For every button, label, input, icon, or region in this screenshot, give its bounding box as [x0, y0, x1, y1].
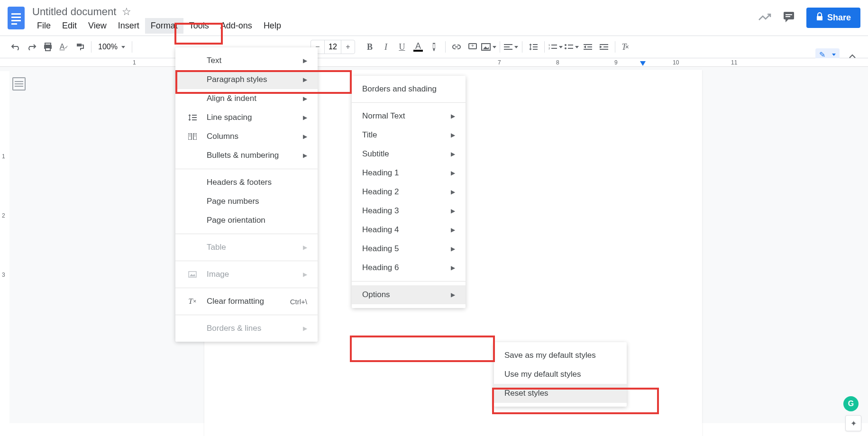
- activity-icon[interactable]: [758, 12, 771, 24]
- separator: [352, 281, 466, 282]
- shortcut-label: Ctrl+\: [290, 298, 307, 306]
- line-spacing-button[interactable]: [525, 39, 541, 55]
- insert-link-button[interactable]: [448, 39, 465, 55]
- header: Untitled document ☆ File Edit View Inser…: [0, 0, 868, 34]
- menu-page-numbers[interactable]: Page numbers: [175, 192, 318, 211]
- undo-button[interactable]: [8, 39, 24, 55]
- highlight-button[interactable]: 🖍: [426, 39, 442, 55]
- menu-headers-footers[interactable]: Headers & footers: [175, 173, 318, 192]
- menu-help[interactable]: Help: [258, 18, 287, 34]
- insert-image-button[interactable]: [481, 39, 497, 55]
- menu-paragraph-styles[interactable]: Paragraph styles▶: [175, 70, 318, 89]
- italic-button[interactable]: I: [378, 39, 394, 55]
- bold-button[interactable]: B: [362, 39, 378, 55]
- ruler-tick: 11: [731, 59, 737, 66]
- menu-heading-3[interactable]: Heading 3▶: [352, 201, 466, 220]
- chevron-right-icon: ▶: [303, 244, 307, 251]
- outline-icon[interactable]: [12, 77, 26, 91]
- lock-icon: [816, 12, 823, 23]
- menu-bullets-numbering[interactable]: Bullets & numbering▶: [175, 146, 318, 165]
- insert-comment-button[interactable]: +: [465, 39, 481, 55]
- chevron-right-icon: ▶: [451, 189, 455, 195]
- menu-image: Image▶: [175, 265, 318, 284]
- docs-logo[interactable]: [6, 4, 27, 32]
- ruler-tick: 10: [673, 59, 679, 66]
- clear-formatting-button[interactable]: T✕: [618, 39, 634, 55]
- zoom-dropdown[interactable]: 100%: [94, 43, 129, 51]
- svg-marker-50: [190, 274, 195, 276]
- text-color-button[interactable]: A: [410, 39, 426, 55]
- separator: [175, 288, 318, 288]
- svg-rect-9: [817, 16, 822, 20]
- menu-line-spacing[interactable]: Line spacing▶: [175, 108, 318, 127]
- print-button[interactable]: [40, 39, 56, 55]
- bulleted-list-button[interactable]: [564, 39, 580, 55]
- menu-insert[interactable]: Insert: [112, 18, 145, 34]
- menu-view[interactable]: View: [82, 18, 112, 34]
- paint-format-button[interactable]: [72, 39, 88, 55]
- font-size-increase[interactable]: +: [341, 40, 355, 54]
- menu-title[interactable]: Title▶: [352, 126, 466, 145]
- decrease-indent-button[interactable]: [580, 39, 596, 55]
- menu-addons[interactable]: Add-ons: [215, 18, 258, 34]
- menu-normal-text[interactable]: Normal Text▶: [352, 107, 466, 126]
- menu-heading-1[interactable]: Heading 1▶: [352, 164, 466, 182]
- chevron-right-icon: ▶: [303, 325, 307, 332]
- menu-table: Table▶: [175, 238, 318, 257]
- menu-borders-shading[interactable]: Borders and shading: [352, 80, 466, 99]
- menu-use-default-styles[interactable]: Use my default styles: [494, 365, 627, 384]
- menu-page-orientation[interactable]: Page orientation: [175, 211, 318, 230]
- font-size-value[interactable]: 12: [324, 40, 341, 54]
- menu-subtitle[interactable]: Subtitle▶: [352, 145, 466, 164]
- svg-rect-4: [11, 23, 17, 25]
- svg-marker-35: [584, 45, 586, 48]
- ruler-tick: 8: [556, 59, 559, 66]
- share-button[interactable]: Share: [806, 8, 860, 28]
- menu-text[interactable]: Text▶: [175, 51, 318, 70]
- separator: [91, 41, 91, 53]
- menu-clear-formatting[interactable]: T✕Clear formattingCtrl+\: [175, 292, 318, 311]
- menu-heading-4[interactable]: Heading 4▶: [352, 220, 466, 239]
- ruler-tick: 1: [133, 59, 136, 66]
- explore-button[interactable]: ✦: [845, 415, 861, 431]
- underline-button[interactable]: U: [394, 39, 410, 55]
- spellcheck-button[interactable]: A✓: [56, 39, 72, 55]
- svg-rect-13: [77, 44, 82, 46]
- chevron-down-icon: [559, 46, 563, 48]
- horizontal-ruler[interactable]: 1 7 8 9 10 11: [0, 58, 868, 67]
- menu-heading-2[interactable]: Heading 2▶: [352, 182, 466, 201]
- menu-heading-6[interactable]: Heading 6▶: [352, 258, 466, 277]
- menu-reset-styles[interactable]: Reset styles: [494, 384, 627, 403]
- menu-edit[interactable]: Edit: [56, 18, 82, 34]
- chevron-right-icon: ▶: [451, 227, 455, 233]
- align-button[interactable]: [503, 39, 519, 55]
- ruler-tick: 9: [614, 59, 618, 66]
- chevron-right-icon: ▶: [303, 76, 307, 83]
- menu-align-indent[interactable]: Align & indent▶: [175, 89, 318, 108]
- svg-rect-1: [11, 13, 21, 15]
- grammarly-icon[interactable]: G: [843, 396, 859, 411]
- menu-format[interactable]: Format: [145, 18, 183, 34]
- star-icon[interactable]: ☆: [122, 6, 131, 18]
- svg-point-28: [565, 44, 566, 46]
- document-title[interactable]: Untitled document: [32, 6, 116, 18]
- menu-file[interactable]: File: [31, 18, 56, 34]
- numbered-list-button[interactable]: 12: [548, 39, 564, 55]
- chevron-right-icon: ▶: [451, 151, 455, 157]
- comments-icon[interactable]: [783, 11, 795, 25]
- menu-tools[interactable]: Tools: [183, 18, 215, 34]
- ruler-margin-marker[interactable]: [640, 61, 646, 66]
- menu-borders-lines: Borders & lines▶: [175, 319, 318, 338]
- separator: [445, 41, 446, 53]
- menu-columns[interactable]: Columns▶: [175, 127, 318, 146]
- vertical-ruler[interactable]: 1 2 3: [0, 71, 9, 436]
- svg-rect-43: [188, 133, 192, 140]
- increase-indent-button[interactable]: [596, 39, 612, 55]
- menu-save-default-styles[interactable]: Save as my default styles: [494, 346, 627, 365]
- menu-options[interactable]: Options▶: [352, 285, 466, 304]
- svg-rect-5: [784, 12, 794, 19]
- chevron-right-icon: ▶: [451, 245, 455, 252]
- redo-button[interactable]: [24, 39, 40, 55]
- menu-heading-5[interactable]: Heading 5▶: [352, 239, 466, 258]
- chevron-right-icon: ▶: [303, 271, 307, 278]
